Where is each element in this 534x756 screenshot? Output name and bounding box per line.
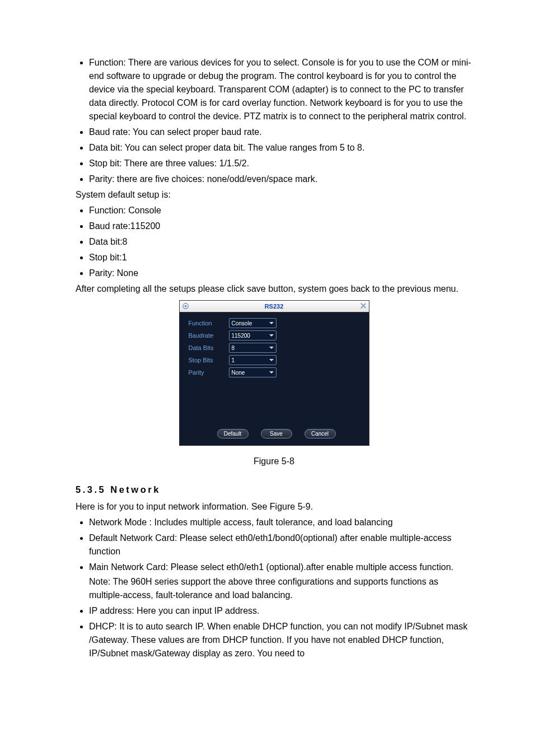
row-databits: Data Bits 8 [189, 343, 360, 353]
default-button[interactable]: Default [217, 429, 249, 438]
save-button[interactable]: Save [261, 429, 292, 438]
svg-point-1 [184, 305, 186, 307]
bullet-text: Main Network Card: Please select eth0/et… [89, 562, 453, 572]
list-item: Function: There are various devices for … [89, 56, 472, 123]
system-default-list: Function: Console Baud rate:115200 Data … [76, 204, 472, 280]
section-intro: Here is for you to input network informa… [76, 500, 472, 514]
list-item: IP address: Here you can input IP addres… [89, 604, 472, 618]
list-item: Stop bit:1 [89, 251, 472, 264]
function-select[interactable]: Console [229, 318, 277, 328]
parity-select[interactable]: None [229, 367, 277, 377]
list-item: Data bit: You can select proper data bit… [89, 141, 472, 155]
list-item: Parity: there are five choices: none/odd… [89, 172, 472, 186]
list-item: Function: Console [89, 204, 472, 217]
list-item: Baud rate: You can select proper baud ra… [89, 125, 472, 139]
chevron-down-icon [269, 371, 274, 374]
list-item: Main Network Card: Please select eth0/et… [89, 561, 472, 602]
label-baudrate: Baudrate [189, 331, 229, 340]
stopbits-select[interactable]: 1 [229, 355, 277, 365]
list-item: Data bit:8 [89, 235, 472, 249]
databits-select-value: 8 [232, 344, 235, 352]
document-page: Function: There are various devices for … [0, 0, 534, 756]
chevron-down-icon [269, 359, 274, 361]
row-function: Function Console [189, 318, 360, 328]
list-item: Stop bit: There are three values: 1/1.5/… [89, 157, 472, 170]
stopbits-select-value: 1 [232, 356, 235, 365]
figure-5-8: RS232 Function Console Baudrate 115200 [76, 300, 472, 468]
bullet-note: Note: The 960H series support the above … [89, 575, 472, 602]
dialog-title: RS232 [265, 303, 284, 310]
after-setup-note: After completing all the setups please c… [76, 282, 472, 296]
chevron-down-icon [269, 347, 274, 349]
figure-caption: Figure 5-8 [76, 455, 472, 468]
system-default-heading: System default setup is: [76, 188, 472, 202]
label-parity: Parity [189, 368, 229, 377]
list-item: DHCP: It is to auto search IP. When enab… [89, 620, 472, 660]
label-function: Function [189, 319, 229, 328]
rs232-description-list: Function: There are various devices for … [76, 56, 472, 186]
row-stopbits: Stop Bits 1 [189, 355, 360, 365]
dialog-body: Function Console Baudrate 115200 Data Bi… [180, 312, 369, 385]
label-stopbits: Stop Bits [189, 356, 229, 365]
chevron-down-icon [269, 322, 274, 324]
function-select-value: Console [232, 319, 252, 328]
dialog-titlebar: RS232 [180, 301, 369, 312]
baudrate-select-value: 115200 [232, 332, 250, 340]
row-baudrate: Baudrate 115200 [189, 330, 360, 340]
cancel-button[interactable]: Cancel [305, 429, 336, 438]
list-item: Network Mode : Includes multiple access,… [89, 516, 472, 529]
row-parity: Parity None [189, 367, 360, 377]
list-item: Default Network Card: Please select eth0… [89, 531, 472, 558]
parity-select-value: None [232, 368, 245, 377]
list-item: Baud rate:115200 [89, 220, 472, 233]
close-icon[interactable] [359, 302, 367, 310]
network-bullet-list: Network Mode : Includes multiple access,… [76, 516, 472, 660]
baudrate-select[interactable]: 115200 [229, 330, 277, 340]
rs232-dialog: RS232 Function Console Baudrate 115200 [179, 300, 369, 446]
list-item: Parity: None [89, 267, 472, 280]
section-heading-network: 5.3.5 Network [76, 483, 472, 497]
databits-select[interactable]: 8 [229, 343, 277, 353]
dialog-footer: Default Save Cancel [180, 429, 371, 438]
label-databits: Data Bits [189, 343, 229, 353]
settings-icon [181, 302, 190, 310]
chevron-down-icon [269, 334, 274, 337]
